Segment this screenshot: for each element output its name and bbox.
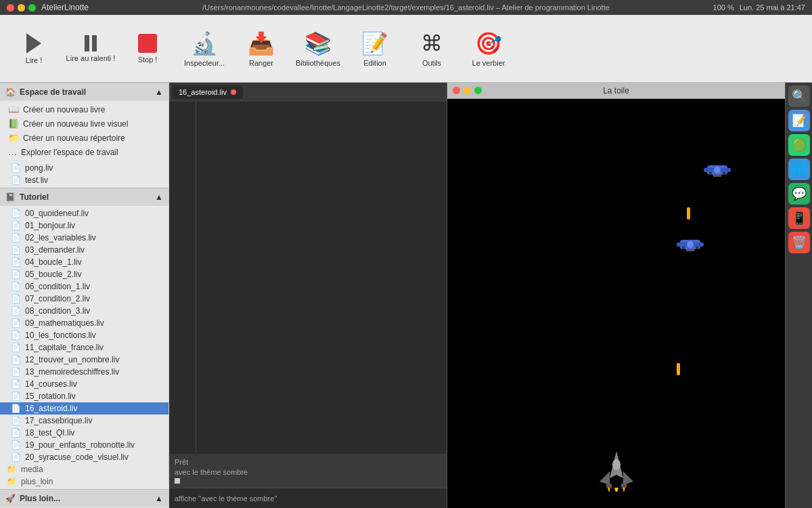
- file-icon: 📄: [11, 221, 21, 230]
- file-label: 10_les_fonctions.liv: [25, 331, 96, 340]
- file-17_cassebrique-liv[interactable]: 📄17_cassebrique.liv: [0, 415, 168, 427]
- ranger-icon: 📥: [248, 30, 275, 56]
- create-visual-label: Créer un nouveau livre visuel: [23, 119, 128, 129]
- tutoriel-files: 📄00_quoideneuf.liv📄01_bonjour.liv📄02_les…: [0, 206, 168, 489]
- svg-rect-5: [621, 484, 627, 488]
- file-19_pour_enfants_robonotte-liv[interactable]: 📄19_pour_enfants_robonotte.liv: [0, 439, 168, 451]
- editor-tab-active[interactable]: 16_asteroid.liv: [172, 85, 243, 99]
- inspecteur-label: Inspecteur...: [184, 59, 225, 67]
- file-07_condition_2-liv[interactable]: 📄07_condition_2.liv: [0, 293, 168, 305]
- create-book-action[interactable]: 📖 Créer un nouveau livre: [0, 102, 168, 117]
- file-08_condition_3-liv[interactable]: 📄08_condition_3.liv: [0, 305, 168, 317]
- file-11_capitale_france-liv[interactable]: 📄11_capitale_france.liv: [0, 341, 168, 354]
- folder-label: media: [21, 465, 43, 474]
- game-canvas[interactable]: [447, 99, 785, 508]
- cursor-box: [175, 478, 180, 484]
- svg-point-11: [714, 167, 721, 173]
- file-10_les_fonctions-liv[interactable]: 📄10_les_fonctions.liv: [0, 329, 168, 341]
- tutoriel-collapse-icon: ▲: [155, 192, 163, 202]
- verbier-label: Le verbier: [472, 59, 505, 67]
- close-button[interactable]: [7, 4, 14, 12]
- titlebar: AtelierLinotte /Users/ronanmounes/codeva…: [0, 0, 812, 15]
- plus-loin-section-header[interactable]: 🚀 Plus loin... ▲: [0, 489, 168, 507]
- battery-status: 100 %: [713, 3, 734, 12]
- svg-point-17: [687, 241, 694, 248]
- dock-search[interactable]: 🔍: [788, 85, 810, 107]
- file-12_trouver_un_nombre-liv[interactable]: 📄12_trouver_un_nombre.liv: [0, 354, 168, 366]
- edition-button[interactable]: 📝 Edition: [348, 22, 402, 76]
- status-text: Prêt: [175, 458, 188, 466]
- file-15_rotation-liv[interactable]: 📄15_rotation.liv: [0, 390, 168, 402]
- code-area: [169, 102, 447, 454]
- file-20_syracuse_code_visuel-liv[interactable]: 📄20_syracuse_code_visuel.liv: [0, 451, 168, 463]
- dock: 🔍 📝 🟢 🌐 💬 📱 🗑️: [785, 83, 812, 508]
- file-02_les_variables-liv[interactable]: 📄02_les_variables.liv: [0, 232, 168, 244]
- file-label: 14_courses.liv: [25, 379, 77, 389]
- inspecteur-button[interactable]: 🔬 Inspecteur...: [177, 22, 231, 76]
- dock-trash[interactable]: 🗑️: [788, 232, 810, 253]
- game-minimize[interactable]: [464, 87, 471, 94]
- bibliotheques-button[interactable]: 📚 Bibliothèques: [291, 22, 345, 76]
- dock-app1[interactable]: 🟢: [788, 134, 810, 156]
- main-content: 🏠 Espace de travail ▲ 📖 Créer un nouveau…: [0, 83, 812, 508]
- file-13_memoiredeschiffres-liv[interactable]: 📄13_memoiredeschiffres.liv: [0, 366, 168, 378]
- file-icon: 📄: [11, 306, 21, 316]
- game-close[interactable]: [453, 87, 460, 94]
- lire-button[interactable]: Lire !: [7, 22, 61, 76]
- svg-rect-18: [682, 247, 685, 249]
- workspace-section-header[interactable]: 🏠 Espace de travail ▲: [0, 83, 168, 101]
- create-visual-action[interactable]: 📗 Créer un nouveau livre visuel: [0, 117, 168, 131]
- outils-button[interactable]: ⌘ Outils: [405, 22, 459, 76]
- lire-ralenti-button[interactable]: Lire au ralenti !: [64, 22, 118, 76]
- ranger-button[interactable]: 📥 Ranger: [234, 22, 288, 76]
- stop-button[interactable]: Stop !: [120, 22, 175, 76]
- pause-bar-1: [85, 35, 89, 51]
- svg-rect-14: [713, 175, 721, 177]
- file-icon: 📄: [11, 452, 21, 462]
- minimize-button[interactable]: [18, 4, 25, 12]
- file-icon: 📄: [11, 331, 21, 340]
- dock-app2[interactable]: 📱: [788, 207, 810, 229]
- folder-media[interactable]: 📁media: [0, 463, 168, 475]
- edition-icon: 📝: [361, 30, 388, 56]
- file-18_test_QI-liv[interactable]: 📄18_test_QI.liv: [0, 427, 168, 439]
- file-01_bonjour-liv[interactable]: 📄01_bonjour.liv: [0, 219, 168, 232]
- file-03_demander-liv[interactable]: 📄03_demander.liv: [0, 244, 168, 256]
- window-title: /Users/ronanmounes/codevallee/linotte/La…: [202, 3, 610, 12]
- pause-bar-2: [92, 35, 97, 51]
- file-pong[interactable]: 📄 pong.liv: [0, 162, 168, 174]
- file-04_boucle_1-liv[interactable]: 📄04_boucle_1.liv: [0, 256, 168, 268]
- file-16_asteroid-liv[interactable]: 📄16_asteroid.liv: [0, 402, 168, 415]
- explore-action[interactable]: … Explorer l'espace de travail: [0, 145, 168, 159]
- create-folder-action[interactable]: 📁 Créer un nouveau répertoire: [0, 131, 168, 145]
- file-05_boucle_2-liv[interactable]: 📄05_boucle_2.liv: [0, 268, 168, 280]
- create-folder-icon: 📁: [8, 133, 19, 143]
- file-icon: 📄: [11, 318, 21, 328]
- file-test[interactable]: 📄 test.liv: [0, 174, 168, 186]
- verbier-button[interactable]: 🎯 Le verbier: [461, 22, 516, 76]
- file-14_courses-liv[interactable]: 📄14_courses.liv: [0, 378, 168, 390]
- folder-icon: 📁: [7, 465, 17, 474]
- file-label: 18_test_QI.liv: [25, 428, 74, 438]
- tutoriel-section-header[interactable]: 📓 Tutoriel ▲: [0, 188, 168, 206]
- file-icon: 📄: [11, 440, 21, 450]
- file-icon-test: 📄: [11, 175, 21, 185]
- file-00_quoideneuf-liv[interactable]: 📄00_quoideneuf.liv: [0, 207, 168, 219]
- create-book-label: Créer un nouveau livre: [23, 105, 105, 114]
- svg-rect-20: [686, 249, 694, 251]
- dock-notes[interactable]: 📝: [788, 110, 810, 131]
- svg-marker-6: [608, 488, 610, 492]
- folder-plus_loin[interactable]: 📁plus_loin: [0, 475, 168, 488]
- file-09_mathematiques-liv[interactable]: 📄09_mathematiques.liv: [0, 317, 168, 329]
- game-maximize[interactable]: [474, 87, 482, 94]
- create-folder-label: Créer un nouveau répertoire: [23, 133, 125, 143]
- dock-chrome[interactable]: 🌐: [788, 158, 810, 180]
- code-content[interactable]: [196, 102, 447, 454]
- lire-label: Lire !: [26, 56, 42, 64]
- file-06_condition_1-liv[interactable]: 📄06_condition_1.liv: [0, 280, 168, 293]
- maximize-button[interactable]: [28, 4, 36, 12]
- bibliotheques-icon: 📚: [304, 30, 332, 56]
- dock-chat[interactable]: 💬: [788, 183, 810, 205]
- traffic-lights[interactable]: [7, 4, 36, 12]
- enemy-sprite-1: [704, 160, 731, 183]
